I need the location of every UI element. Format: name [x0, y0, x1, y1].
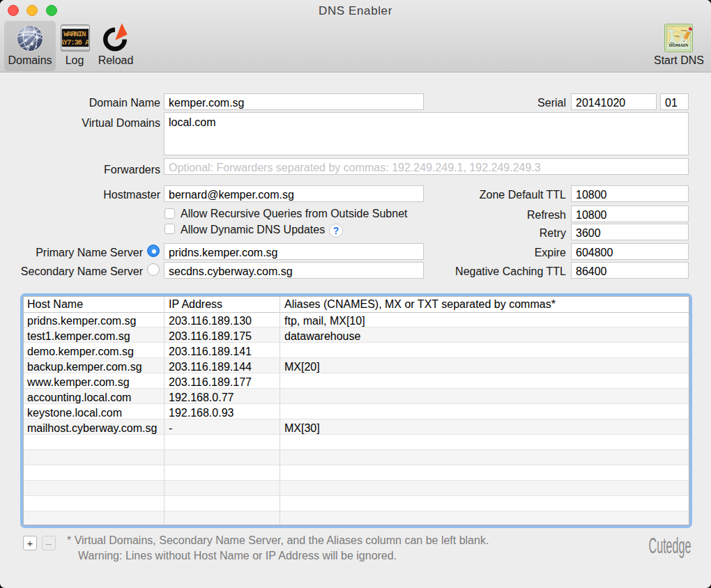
svg-text:DOMAIN: DOMAIN	[669, 42, 689, 47]
svg-text:▪org: ▪org	[675, 34, 680, 38]
svg-text:AY7:36 A: AY7:36 A	[61, 38, 90, 47]
svg-text:WARNIN: WARNIN	[63, 30, 86, 38]
svg-text:▪com: ▪com	[681, 29, 687, 32]
